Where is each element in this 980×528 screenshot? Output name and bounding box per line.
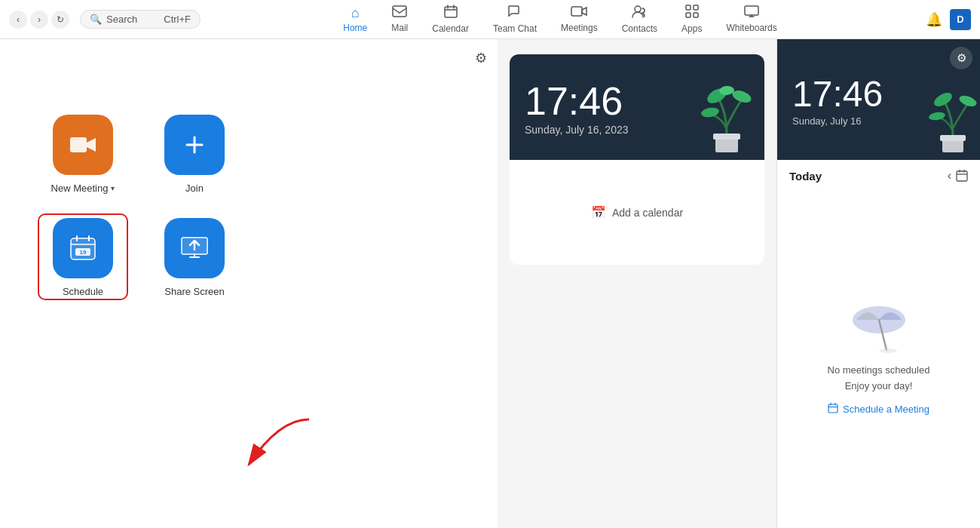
share-screen-action[interactable]: Share Screen	[157, 218, 232, 297]
forward-button[interactable]: ›	[30, 11, 48, 29]
nav-center: ⌂ Home Mail Calendar	[332, 2, 788, 37]
nav-label-contacts: Contacts	[622, 23, 657, 34]
center-clock-time: 17:46	[525, 81, 749, 121]
svg-rect-8	[745, 6, 758, 15]
join-action[interactable]: Join	[157, 115, 232, 194]
nav-label-home: Home	[343, 23, 367, 33]
nav-item-calendar[interactable]: Calendar	[421, 2, 479, 37]
settings-gear-button[interactable]: ⚙	[475, 50, 487, 66]
today-navigation: ‹	[948, 169, 968, 183]
back-button[interactable]: ‹	[9, 11, 27, 29]
right-clock-date: Sunday, July 16	[792, 115, 965, 127]
nav-item-home[interactable]: ⌂ Home	[332, 2, 378, 36]
nav-right: 🔔 D	[926, 9, 971, 30]
svg-rect-2	[571, 7, 582, 16]
today-calendar-button[interactable]	[956, 170, 968, 182]
calendar-icon	[444, 5, 458, 22]
no-meetings-area: No meetings scheduled Enjoy your day! Sc…	[777, 189, 980, 528]
whiteboards-icon	[744, 5, 759, 21]
contacts-icon	[632, 5, 647, 22]
schedule-link-text: Schedule a Meeting	[843, 404, 929, 415]
meetings-icon	[571, 5, 587, 21]
nav-label-whiteboards: Whiteboards	[726, 23, 776, 33]
refresh-button[interactable]: ↻	[51, 11, 69, 29]
today-prev-button[interactable]: ‹	[948, 169, 951, 183]
teamchat-icon	[507, 5, 522, 22]
no-meetings-text: No meetings scheduled Enjoy your day!	[828, 363, 930, 394]
home-icon: ⌂	[351, 5, 360, 21]
umbrella-illustration	[849, 301, 909, 354]
top-navigation: ‹ › ↻ 🔍 Search Ctrl+F ⌂ Home Mail	[0, 0, 980, 39]
apps-icon	[685, 5, 699, 22]
nav-item-meetings[interactable]: Meetings	[550, 2, 608, 36]
nav-history-arrows: ‹ › ↻	[9, 11, 75, 29]
nav-item-whiteboards[interactable]: Whiteboards	[715, 2, 787, 36]
new-meeting-action[interactable]: New Meeting ▾	[45, 115, 121, 194]
search-icon: 🔍	[90, 14, 102, 25]
schedule-action[interactable]: 19 Schedule	[53, 218, 113, 297]
svg-point-3	[635, 6, 641, 12]
add-calendar-label: Add a calendar	[612, 207, 683, 219]
calendar-card: 17:46 Sunday, July 16, 2023	[510, 54, 764, 265]
search-label: Search	[106, 14, 137, 25]
schedule-link-calendar-icon	[828, 403, 838, 416]
svg-rect-28	[957, 171, 967, 181]
svg-rect-7	[694, 13, 698, 17]
nav-label-apps: Apps	[681, 23, 702, 34]
nav-label-teamchat: Team Chat	[493, 23, 537, 34]
svg-rect-5	[694, 5, 698, 10]
svg-text:19: 19	[80, 249, 87, 256]
nav-item-teamchat[interactable]: Team Chat	[482, 2, 547, 37]
red-arrow-indicator	[219, 412, 317, 483]
nav-item-mail[interactable]: Mail	[381, 2, 418, 36]
calendar-small-icon: 📅	[591, 205, 606, 219]
today-header: Today ‹	[777, 160, 980, 189]
nav-item-contacts[interactable]: Contacts	[611, 2, 668, 37]
right-settings-button[interactable]: ⚙	[950, 47, 972, 69]
main-layout: ⚙ New Meeting ▾	[0, 39, 980, 528]
schedule-action-wrapper: 19 Schedule	[45, 218, 121, 297]
nav-item-apps[interactable]: Apps	[671, 2, 712, 37]
center-panel: 17:46 Sunday, July 16, 2023	[498, 39, 776, 528]
new-meeting-icon-wrap	[53, 115, 113, 175]
svg-rect-9	[70, 137, 87, 152]
mail-icon	[392, 5, 407, 21]
nav-label-mail: Mail	[391, 23, 408, 33]
schedule-label: Schedule	[63, 286, 103, 297]
notifications-button[interactable]: 🔔	[926, 11, 942, 28]
avatar-button[interactable]: D	[950, 9, 971, 30]
share-screen-icon-wrap	[164, 218, 225, 278]
svg-rect-24	[940, 135, 966, 141]
search-box[interactable]: 🔍 Search Ctrl+F	[80, 10, 201, 29]
today-label: Today	[789, 170, 822, 183]
nav-label-meetings: Meetings	[561, 23, 598, 33]
svg-rect-4	[686, 5, 691, 10]
svg-rect-1	[445, 7, 457, 17]
center-clock-date: Sunday, July 16, 2023	[525, 124, 749, 136]
right-panel: ⚙ 17:46 Sunday, July 16 Today ‹	[776, 39, 980, 528]
quick-actions-grid: New Meeting ▾ Join	[45, 115, 232, 297]
schedule-icon-wrap: 19	[53, 218, 113, 278]
schedule-meeting-link[interactable]: Schedule a Meeting	[828, 403, 929, 416]
clock-banner: 17:46 Sunday, July 16, 2023	[510, 54, 764, 160]
new-meeting-chevron: ▾	[111, 184, 115, 192]
right-clock-time: 17:46	[792, 76, 965, 112]
join-icon-wrap	[164, 115, 225, 175]
share-screen-label: Share Screen	[164, 286, 225, 297]
svg-rect-32	[828, 404, 838, 413]
new-meeting-label: New Meeting ▾	[51, 183, 115, 194]
nav-label-calendar: Calendar	[432, 23, 469, 34]
svg-rect-6	[686, 13, 691, 17]
search-shortcut: Ctrl+F	[164, 14, 191, 25]
svg-point-31	[879, 348, 897, 353]
right-clock-banner: ⚙ 17:46 Sunday, July 16	[777, 39, 980, 160]
add-calendar-button[interactable]: 📅 Add a calendar	[510, 160, 764, 265]
join-label: Join	[185, 183, 204, 194]
left-content: ⚙ New Meeting ▾	[0, 39, 498, 528]
svg-rect-0	[393, 6, 406, 17]
